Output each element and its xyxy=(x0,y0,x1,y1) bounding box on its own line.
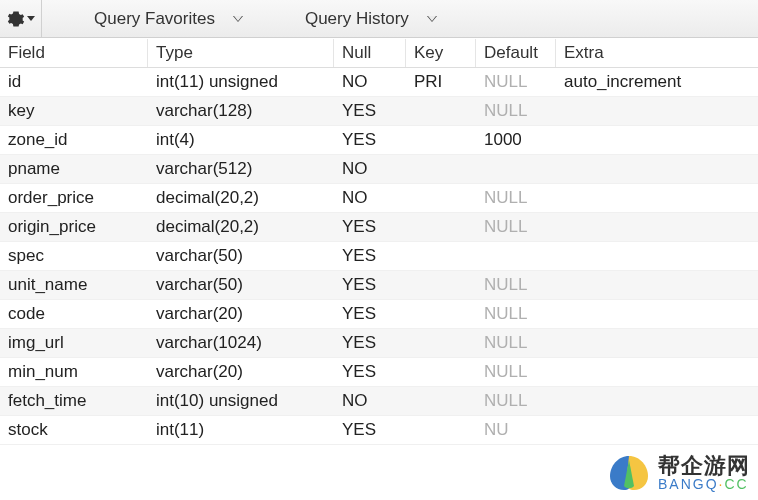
cell-field: unit_name xyxy=(0,272,148,298)
schema-table: Field Type Null Key Default Extra idint(… xyxy=(0,38,758,445)
cell-type: int(11) unsigned xyxy=(148,69,334,95)
cell-field: origin_price xyxy=(0,214,148,240)
watermark-logo-icon xyxy=(606,452,652,494)
chevron-down-icon xyxy=(233,16,243,22)
column-header-null[interactable]: Null xyxy=(334,39,406,67)
watermark-url: BANGQ·CC xyxy=(658,477,750,492)
cell-extra xyxy=(556,311,758,317)
cell-type: varchar(128) xyxy=(148,98,334,124)
table-row[interactable]: codevarchar(20)YESNULL xyxy=(0,300,758,329)
cell-field: order_price xyxy=(0,185,148,211)
cell-type: varchar(20) xyxy=(148,301,334,327)
cell-extra xyxy=(556,224,758,230)
column-header-key[interactable]: Key xyxy=(406,39,476,67)
query-history-dropdown[interactable]: Query History xyxy=(265,0,459,37)
cell-default: NULL xyxy=(476,69,556,95)
settings-button[interactable] xyxy=(0,0,42,37)
gear-icon xyxy=(7,10,25,28)
column-header-field[interactable]: Field xyxy=(0,39,148,67)
table-row[interactable]: unit_namevarchar(50)YESNULL xyxy=(0,271,758,300)
cell-default: NULL xyxy=(476,98,556,124)
cell-null: YES xyxy=(334,214,406,240)
query-history-label: Query History xyxy=(305,9,409,29)
cell-null: YES xyxy=(334,417,406,443)
cell-default: NULL xyxy=(476,301,556,327)
column-header-default[interactable]: Default xyxy=(476,39,556,67)
table-row[interactable]: zone_idint(4)YES1000 xyxy=(0,126,758,155)
query-favorites-label: Query Favorites xyxy=(94,9,215,29)
cell-null: NO xyxy=(334,156,406,182)
cell-field: fetch_time xyxy=(0,388,148,414)
cell-default: NULL xyxy=(476,388,556,414)
dropdown-arrow-icon xyxy=(27,16,35,21)
cell-key xyxy=(406,398,476,404)
table-row[interactable]: min_numvarchar(20)YESNULL xyxy=(0,358,758,387)
cell-type: int(10) unsigned xyxy=(148,388,334,414)
table-row[interactable]: idint(11) unsignedNOPRINULLauto_incremen… xyxy=(0,68,758,97)
cell-key xyxy=(406,427,476,433)
cell-default: NULL xyxy=(476,330,556,356)
cell-null: NO xyxy=(334,388,406,414)
table-header: Field Type Null Key Default Extra xyxy=(0,38,758,68)
cell-field: stock xyxy=(0,417,148,443)
cell-type: varchar(1024) xyxy=(148,330,334,356)
cell-extra xyxy=(556,398,758,404)
cell-null: YES xyxy=(334,272,406,298)
cell-key xyxy=(406,369,476,375)
cell-field: zone_id xyxy=(0,127,148,153)
cell-type: varchar(512) xyxy=(148,156,334,182)
cell-default: 1000 xyxy=(476,127,556,153)
cell-extra xyxy=(556,369,758,375)
cell-extra: auto_increment xyxy=(556,69,758,95)
cell-type: int(4) xyxy=(148,127,334,153)
cell-extra xyxy=(556,282,758,288)
cell-field: key xyxy=(0,98,148,124)
cell-type: decimal(20,2) xyxy=(148,214,334,240)
column-header-type[interactable]: Type xyxy=(148,39,334,67)
cell-key xyxy=(406,282,476,288)
cell-extra xyxy=(556,195,758,201)
cell-extra xyxy=(556,253,758,259)
cell-field: spec xyxy=(0,243,148,269)
table-row[interactable]: specvarchar(50)YES xyxy=(0,242,758,271)
cell-field: img_url xyxy=(0,330,148,356)
cell-key xyxy=(406,253,476,259)
cell-key xyxy=(406,137,476,143)
cell-null: YES xyxy=(334,98,406,124)
cell-key xyxy=(406,340,476,346)
cell-type: decimal(20,2) xyxy=(148,185,334,211)
chevron-down-icon xyxy=(427,16,437,22)
cell-null: YES xyxy=(334,359,406,385)
cell-null: NO xyxy=(334,69,406,95)
table-row[interactable]: fetch_timeint(10) unsignedNONULL xyxy=(0,387,758,416)
watermark: 帮企游网 BANGQ·CC xyxy=(606,452,750,494)
watermark-chinese: 帮企游网 xyxy=(658,454,750,477)
table-row[interactable]: order_pricedecimal(20,2)NONULL xyxy=(0,184,758,213)
query-favorites-dropdown[interactable]: Query Favorites xyxy=(42,0,265,37)
column-header-extra[interactable]: Extra xyxy=(556,39,758,67)
cell-extra xyxy=(556,108,758,114)
cell-null: YES xyxy=(334,243,406,269)
table-row[interactable]: stockint(11)YESNU xyxy=(0,416,758,445)
cell-extra xyxy=(556,166,758,172)
cell-default: NULL xyxy=(476,272,556,298)
cell-extra xyxy=(556,427,758,433)
cell-default: NULL xyxy=(476,185,556,211)
cell-null: NO xyxy=(334,185,406,211)
cell-key xyxy=(406,166,476,172)
cell-key xyxy=(406,224,476,230)
table-row[interactable]: origin_pricedecimal(20,2)YESNULL xyxy=(0,213,758,242)
cell-key xyxy=(406,108,476,114)
cell-default: NU xyxy=(476,417,556,443)
cell-extra xyxy=(556,137,758,143)
cell-type: varchar(50) xyxy=(148,272,334,298)
toolbar: Query Favorites Query History xyxy=(0,0,758,38)
cell-type: int(11) xyxy=(148,417,334,443)
table-row[interactable]: keyvarchar(128)YESNULL xyxy=(0,97,758,126)
table-row[interactable]: pnamevarchar(512)NO xyxy=(0,155,758,184)
cell-default xyxy=(476,253,556,259)
cell-field: pname xyxy=(0,156,148,182)
cell-default xyxy=(476,166,556,172)
table-row[interactable]: img_urlvarchar(1024)YESNULL xyxy=(0,329,758,358)
cell-key xyxy=(406,311,476,317)
